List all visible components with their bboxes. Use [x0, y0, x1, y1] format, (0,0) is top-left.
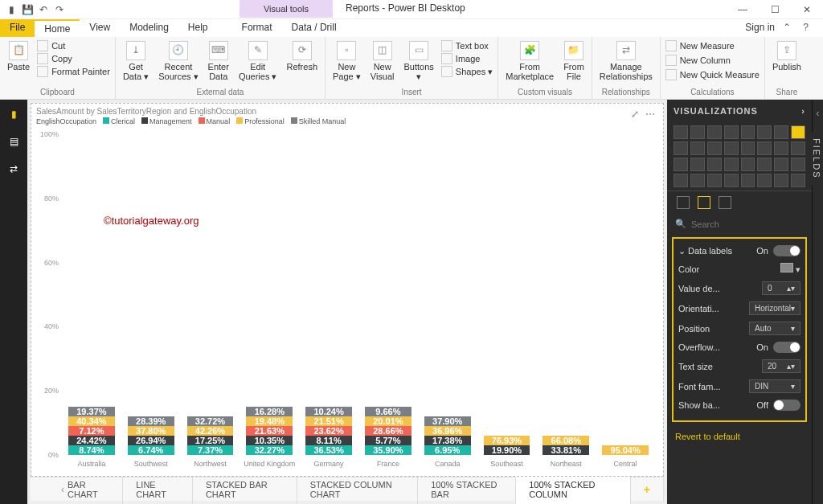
show-background-toggle[interactable] [773, 400, 800, 411]
chart-visual[interactable]: ⤢ ⋯ SalesAmount by SalesTerritoryRegion … [31, 103, 664, 477]
close-button[interactable]: ✕ [791, 0, 823, 19]
analytics-mode-icon[interactable] [719, 196, 731, 209]
segment-manual: 21.63% [246, 426, 293, 436]
page-tab-stacked-column-chart[interactable]: STACKED COLUMN CHART [297, 475, 418, 504]
segment-manual: 23.62% [305, 426, 352, 436]
bar-southwest[interactable]: 6.74%26.94%37.80%28.39% [128, 416, 174, 455]
tab-format[interactable]: Format [232, 19, 282, 37]
show-background-label: Show ba... [678, 400, 720, 410]
focus-mode-icon[interactable]: ⤢ [631, 109, 639, 120]
data-view-icon[interactable]: ▤ [6, 133, 22, 150]
data-label: 32.72% [195, 416, 225, 426]
chart-title: SalesAmount by SalesTerritoryRegion and … [36, 107, 658, 116]
get-data-button[interactable]: ⤓Get Data ▾ [121, 39, 151, 83]
color-picker[interactable]: ▾ [780, 263, 800, 275]
data-label: 7.12% [79, 426, 104, 436]
overflow-toggle[interactable] [773, 342, 800, 353]
buttons-button[interactable]: ▭Buttons ▾ [402, 39, 436, 83]
textbox-button[interactable]: Text box [441, 39, 493, 52]
page-tab-100-stacked-column[interactable]: 100% STACKED COLUMN [516, 474, 631, 504]
overflow-label: Overflow... [678, 342, 720, 352]
cut-button[interactable]: Cut [37, 39, 110, 52]
maximize-button[interactable]: ☐ [759, 0, 791, 19]
tab-file[interactable]: File [0, 19, 35, 37]
data-labels-header[interactable]: ⌄ Data labels On [678, 242, 800, 260]
tab-view[interactable]: View [80, 19, 120, 37]
tab-help[interactable]: Help [178, 19, 218, 37]
bar-northeast[interactable]: 33.81%66.08% [543, 436, 589, 455]
minimize-button[interactable]: — [727, 0, 759, 19]
redo-icon[interactable]: ↷ [53, 3, 66, 16]
format-mode-icon[interactable] [698, 196, 710, 209]
publish-button[interactable]: ⇪Publish [770, 39, 804, 73]
font-family-select[interactable]: DIN▾ [749, 379, 800, 393]
window-controls: — ☐ ✕ [727, 0, 823, 19]
add-page-button[interactable]: + [631, 478, 664, 501]
value-decimals-stepper[interactable]: 0▴▾ [762, 281, 800, 295]
data-labels-toggle[interactable] [773, 245, 800, 256]
paste-button[interactable]: 📋Paste [5, 39, 32, 73]
data-label: 21.51% [313, 416, 343, 426]
window-title: Reports - Power BI Desktop [346, 2, 465, 14]
fields-mode-icon[interactable] [677, 196, 690, 209]
segment-management: 24.42% [68, 436, 115, 445]
format-data-labels-card: ⌄ Data labels On Color ▾ Value de... 0▴▾… [672, 237, 807, 422]
refresh-button[interactable]: ⟳Refresh [284, 39, 320, 73]
bar-canada[interactable]: 6.95%17.38%36.96%37.90% [424, 416, 471, 455]
report-view-icon[interactable]: ▮ [6, 106, 22, 122]
manage-relationships-button[interactable]: ⇄Manage Relationships [597, 39, 655, 83]
new-column-button[interactable]: New Column [665, 54, 760, 67]
bar-northwest[interactable]: 7.37%17.25%42.26%32.72% [187, 416, 234, 455]
enter-data-button[interactable]: ⌨Enter Data [206, 39, 231, 83]
sign-in-link[interactable]: Sign in [745, 22, 775, 33]
bar-southeast[interactable]: 19.90%76.93% [484, 436, 530, 455]
help-icon[interactable]: ? [803, 22, 809, 33]
more-options-icon[interactable]: ⋯ [645, 109, 655, 120]
new-quick-measure-button[interactable]: New Quick Measure [665, 68, 760, 81]
new-page-button[interactable]: ▫New Page ▾ [330, 39, 363, 83]
page-tab-line-chart[interactable]: LINE CHART [123, 475, 193, 504]
new-measure-button[interactable]: New Measure [665, 39, 760, 52]
bar-central[interactable]: 95.04% [602, 445, 649, 455]
copy-button[interactable]: Copy [37, 52, 110, 65]
save-icon[interactable]: 💾 [21, 3, 34, 16]
collapse-ribbon-icon[interactable]: ⌃ [783, 22, 791, 33]
from-file-button[interactable]: 📁From File [561, 39, 587, 83]
orientation-select[interactable]: Horizontal▾ [749, 301, 800, 315]
page-tab-prev-icon[interactable]: ‹ [61, 484, 64, 495]
recent-sources-button[interactable]: 🕘Recent Sources ▾ [156, 39, 200, 83]
segment-professional: 66.08% [543, 436, 589, 445]
tab-data-drill[interactable]: Data / Drill [282, 19, 346, 37]
page-tab-bar-chart[interactable]: BAR CHART [55, 475, 123, 504]
segment-professional: 40.34% [68, 416, 115, 426]
x-label: Southwest [121, 460, 181, 468]
x-label: Germany [299, 460, 358, 468]
bar-australia[interactable]: 8.74%24.42%7.12%40.34%19.37% [68, 407, 115, 455]
position-select[interactable]: Auto▾ [749, 322, 800, 335]
model-view-icon[interactable]: ⇄ [6, 161, 22, 177]
bar-united-kingdom[interactable]: 32.27%10.35%21.63%19.48%16.28% [246, 407, 293, 455]
page-tab-100-stacked-bar[interactable]: 100% STACKED BAR [418, 475, 516, 504]
tab-home[interactable]: Home [35, 19, 80, 37]
bar-france[interactable]: 35.90%5.77%28.66%20.01%9.66% [365, 407, 412, 455]
segment-management: 26.94% [128, 436, 174, 445]
bar-germany[interactable]: 36.53%8.11%23.62%21.51%10.24% [305, 407, 352, 455]
image-button[interactable]: Image [441, 52, 493, 65]
tab-modeling[interactable]: Modeling [120, 19, 178, 37]
segment-clerical: 6.95% [424, 445, 471, 455]
visualizations-header[interactable]: VISUALIZATIONS› [667, 100, 812, 122]
from-marketplace-button[interactable]: 🧩From Marketplace [503, 39, 556, 83]
edit-queries-button[interactable]: ✎Edit Queries ▾ [236, 39, 280, 83]
page-tab-stacked-bar-chart[interactable]: STACKED BAR CHART [193, 475, 297, 504]
visualization-type-gallery[interactable] [667, 122, 812, 191]
search-input[interactable] [691, 219, 804, 229]
segment-skilled-manual: 19.37% [68, 407, 115, 416]
revert-to-default-link[interactable]: Revert to default [667, 428, 812, 445]
ribbon: 📋Paste Cut Copy Format Painter Clipboard… [0, 37, 823, 100]
format-painter-button[interactable]: Format Painter [37, 65, 110, 78]
new-visual-button[interactable]: ◫New Visual [368, 39, 397, 83]
undo-icon[interactable]: ↶ [37, 3, 50, 16]
text-size-stepper[interactable]: 20▴▾ [762, 359, 800, 373]
shapes-button[interactable]: Shapes ▾ [441, 65, 493, 78]
fields-pane-collapsed[interactable]: ‹ FIELDS [812, 100, 823, 504]
